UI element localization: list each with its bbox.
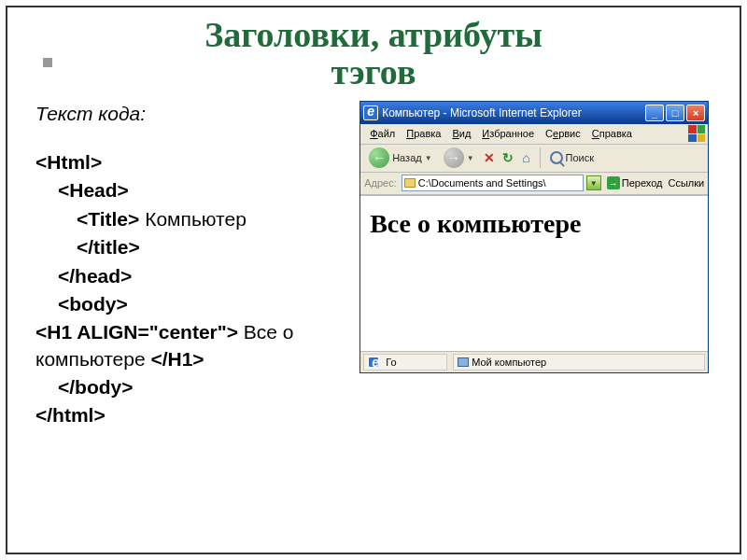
code-title-close: </title> <box>77 236 140 258</box>
code-head-close: </head> <box>58 265 132 287</box>
minimize-button[interactable]: _ <box>645 105 664 121</box>
go-button[interactable]: → Переход <box>604 175 666 190</box>
computer-icon <box>458 357 469 367</box>
code-html-close: </html> <box>35 404 106 426</box>
maximize-button[interactable]: □ <box>666 105 684 121</box>
page-content: Все о компьютере <box>360 195 708 352</box>
stop-button[interactable]: ✕ <box>481 149 498 166</box>
status-left: Го <box>363 354 447 371</box>
title-line2: тэгов <box>331 52 416 91</box>
status-zone-text: Мой компьютер <box>472 357 546 368</box>
title-line1: Заголовки, атрибуты <box>204 15 543 54</box>
address-bar: Адрес: C:\Documents and Settings\ ▼ → Пе… <box>360 173 708 195</box>
address-label: Адрес: <box>364 177 399 189</box>
code-h1-close: </H1> <box>150 348 204 370</box>
status-bar: Го Мой компьютер <box>360 352 708 372</box>
search-icon <box>550 151 563 164</box>
chevron-down-icon: ▼ <box>467 154 474 162</box>
ie-icon <box>363 105 378 120</box>
status-zone: Мой компьютер <box>453 354 705 371</box>
code-subtitle: Текст кода: <box>35 101 350 127</box>
menu-favorites[interactable]: Избранное <box>476 127 540 140</box>
slide-title: Заголовки, атрибуты тэгов <box>35 17 712 91</box>
forward-button[interactable]: → ▼ <box>439 145 479 171</box>
code-body-close: </body> <box>58 376 134 398</box>
search-label: Поиск <box>566 152 594 163</box>
window-title: Компьютер - Microsoft Internet Explorer <box>382 106 645 119</box>
menu-view[interactable]: Вид <box>446 127 476 140</box>
back-arrow-icon: ← <box>369 147 389 168</box>
folder-icon <box>404 178 416 188</box>
menu-tools[interactable]: Сервис <box>540 127 586 140</box>
address-path: C:\Documents and Settings\ <box>418 177 546 189</box>
address-field[interactable]: C:\Documents and Settings\ <box>402 175 584 191</box>
bullet-decor <box>43 58 52 67</box>
address-dropdown[interactable]: ▼ <box>586 175 601 190</box>
back-button[interactable]: ← Назад ▼ <box>364 145 436 171</box>
menubar: Файл Правка Вид Избранное Сервис Справка <box>360 124 708 145</box>
status-left-text: Го <box>386 357 396 368</box>
ie-small-icon <box>368 357 379 368</box>
forward-arrow-icon: → <box>444 147 464 168</box>
toolbar: ← Назад ▼ → ▼ ✕ ↻ ⌂ Поиск <box>360 145 708 173</box>
code-head-open: <Head> <box>58 179 129 201</box>
windows-logo-icon <box>688 125 705 142</box>
back-label: Назад <box>392 152 422 163</box>
menu-edit[interactable]: Правка <box>401 127 446 140</box>
code-title-open: <Title> <box>77 208 139 230</box>
titlebar[interactable]: Компьютер - Microsoft Internet Explorer … <box>360 102 708 124</box>
go-label: Переход <box>622 177 663 189</box>
home-button[interactable]: ⌂ <box>518 149 535 166</box>
page-heading: Все о компьютере <box>370 209 698 239</box>
close-button[interactable]: × <box>686 105 705 121</box>
separator <box>540 147 541 168</box>
go-arrow-icon: → <box>607 176 620 189</box>
search-button[interactable]: Поиск <box>545 148 599 167</box>
code-html-open: <Html> <box>35 151 102 173</box>
ie-window: Компьютер - Microsoft Internet Explorer … <box>359 101 709 373</box>
refresh-button[interactable]: ↻ <box>500 149 516 166</box>
code-h1-open: <H1 ALIGN="center"> <box>35 321 238 343</box>
chevron-down-icon: ▼ <box>425 154 432 162</box>
code-body-open: <body> <box>58 293 128 315</box>
code-title-text: Компьютер <box>139 208 247 230</box>
menu-file[interactable]: Файл <box>364 127 401 140</box>
links-label[interactable]: Ссылки <box>668 177 704 189</box>
menu-help[interactable]: Справка <box>586 127 638 140</box>
